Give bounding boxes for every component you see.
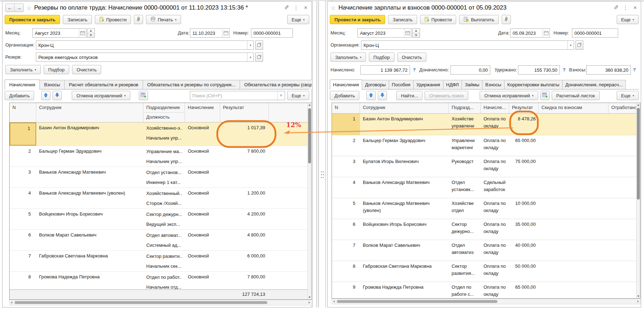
- table-row[interactable]: 8Громова Надежда ПетровнаОтдел по работ.…: [10, 272, 307, 289]
- organization-combo[interactable]: Крон-Ц ▾: [36, 40, 254, 50]
- withheld-field[interactable]: 155 730,50: [518, 65, 560, 75]
- tab-5[interactable]: Обязательства и резервы (сводно): [240, 80, 323, 89]
- undo-corrections-button[interactable]: Отмена исправлений▾: [72, 91, 130, 100]
- tab-4[interactable]: Обязательства и резервы по сотрудник...: [143, 80, 240, 89]
- save-button[interactable]: Записать: [63, 15, 92, 24]
- move-down-button[interactable]: [53, 91, 62, 100]
- combo-arrow-icon[interactable]: ▾: [247, 41, 253, 49]
- add-row-button[interactable]: Добавить: [330, 91, 359, 100]
- col-header-n[interactable]: N: [10, 103, 36, 122]
- table-row[interactable]: 5Войцехович Игорь БорисовичСектор дежурн…: [10, 209, 307, 230]
- fill-button[interactable]: Заполнить▾: [331, 53, 366, 62]
- calendar-icon[interactable]: [542, 29, 550, 37]
- help-icon[interactable]: ?: [413, 65, 416, 75]
- table-row[interactable]: 1Базин Антон ВладимировичХозяйстве управ…: [332, 114, 636, 135]
- move-down-button[interactable]: [378, 91, 387, 100]
- tab-1[interactable]: Начисления: [5, 80, 40, 89]
- attachment-button[interactable]: [502, 15, 511, 24]
- col-header-department[interactable]: Подразделение: [143, 103, 185, 113]
- scroll-right-icon[interactable]: [637, 300, 639, 303]
- table-row[interactable]: 5Ваньков Александр Матвеевич (уволен)Хоз…: [332, 198, 636, 219]
- table-row[interactable]: 2Бальцер Герман ЭдуардовичУправлени марк…: [332, 135, 636, 156]
- more-dots-icon[interactable]: ⋮: [293, 5, 300, 11]
- table-row[interactable]: 2Бальцер Герман ЭдуардовичУправление ма.…: [10, 146, 307, 167]
- pick-button[interactable]: Подбор: [44, 65, 69, 74]
- close-icon[interactable]: ×: [632, 4, 639, 11]
- number-field[interactable]: 0000-000001: [572, 28, 618, 38]
- month-field[interactable]: Август 2023: [32, 28, 86, 38]
- date-field[interactable]: 05.09.2023: [510, 28, 550, 38]
- calendar-icon[interactable]: [404, 29, 411, 37]
- tab-1[interactable]: Начисления: [330, 80, 362, 89]
- tab-2[interactable]: Договоры: [362, 80, 389, 89]
- reserve-combo[interactable]: Резерв ежегодных отпусков ▾: [36, 53, 254, 62]
- move-up-button[interactable]: [366, 91, 376, 100]
- copy-rows-button[interactable]: [540, 91, 550, 100]
- tab-9[interactable]: Доначисления, перерасч...: [562, 80, 626, 89]
- clear-button[interactable]: Очистить: [397, 53, 427, 62]
- col-header-employee[interactable]: Сотрудник: [36, 103, 143, 122]
- tab-2[interactable]: Взносы: [39, 80, 65, 89]
- table-row[interactable]: 6Войцехович Игорь БорисовичСектор дежурн…: [332, 219, 636, 240]
- more-button[interactable]: Еще▾: [617, 15, 639, 24]
- combo-arrow-icon[interactable]: ▾: [247, 53, 253, 61]
- col-header-worked[interactable]: Отработано: [608, 103, 636, 113]
- help-icon[interactable]: ?: [563, 65, 566, 75]
- table-row[interactable]: 1Базин Антон ВладимировичХозяйственно-э.…: [10, 123, 307, 146]
- tab-3[interactable]: Расчет обязательств и резервов: [64, 80, 143, 89]
- tab-6[interactable]: Займы: [462, 80, 482, 89]
- more-button[interactable]: Еще▾: [287, 15, 309, 24]
- more-dots-icon[interactable]: ⋮: [622, 5, 629, 11]
- pay-button[interactable]: Выплатить: [459, 15, 499, 24]
- table-row[interactable]: 4Ваньков Александр МатвеевичОтдел устано…: [332, 177, 636, 198]
- col-header-position[interactable]: Должность: [143, 113, 185, 123]
- scrollbar-thumb[interactable]: [308, 108, 311, 163]
- col-header-employee[interactable]: Сотрудник: [360, 103, 449, 113]
- clear-search-icon[interactable]: ×: [277, 91, 285, 100]
- copy-rows-button[interactable]: [139, 91, 148, 100]
- favorite-star-icon[interactable]: ☆: [331, 4, 336, 12]
- save-button[interactable]: Записать: [388, 15, 417, 24]
- open-organization-button[interactable]: [575, 40, 583, 50]
- scroll-left-icon[interactable]: [333, 300, 335, 303]
- right-vertical-scrollbar[interactable]: [636, 103, 640, 298]
- table-row[interactable]: 6Волков Марат СавельевичОтдел автомат...…: [10, 230, 307, 251]
- extra-accrued-field[interactable]: 0,00: [451, 65, 490, 75]
- forward-button[interactable]: →: [15, 4, 23, 12]
- table-row[interactable]: 3Ваньков Александр МатвеевичОтдел устано…: [10, 167, 307, 188]
- tab-8[interactable]: Корректировки выплаты: [504, 80, 563, 89]
- find-button[interactable]: Найти...: [396, 91, 422, 100]
- col-header-n[interactable]: N: [332, 103, 360, 113]
- scrollbar-thumb[interactable]: [337, 300, 497, 303]
- month-stepper[interactable]: [87, 28, 95, 38]
- pick-button[interactable]: Подбор: [369, 53, 394, 62]
- scroll-up-icon[interactable]: [309, 104, 311, 106]
- tab-3[interactable]: Пособия: [389, 80, 414, 89]
- close-icon[interactable]: ×: [302, 4, 309, 11]
- undo-corrections-button[interactable]: Отмена исправлений▾: [480, 91, 538, 100]
- left-vertical-scrollbar[interactable]: [307, 103, 311, 299]
- calendar-icon[interactable]: [79, 29, 86, 37]
- move-up-button[interactable]: [41, 91, 50, 100]
- col-header-discount[interactable]: Скидка по взносам: [539, 103, 608, 113]
- open-organization-button[interactable]: [255, 40, 263, 50]
- right-horizontal-scrollbar[interactable]: [332, 299, 640, 304]
- contributions-field[interactable]: 360 838,20: [586, 65, 631, 75]
- scroll-up-icon[interactable]: [637, 104, 639, 106]
- accrued-field[interactable]: 1 139 367,72: [360, 65, 410, 75]
- back-button[interactable]: ←: [6, 4, 15, 12]
- tab-7[interactable]: Взносы: [482, 80, 504, 89]
- table-row[interactable]: 9Громова Надежда ПетровнаОтдел по работе…: [332, 282, 636, 298]
- tab-5[interactable]: НДФЛ: [443, 80, 462, 89]
- table-row[interactable]: 4Ваньков Александр Матвеевич (уволен)Хоз…: [10, 188, 307, 209]
- clear-button[interactable]: Очистить: [72, 65, 102, 74]
- link-icon[interactable]: [612, 5, 620, 11]
- window-splitter[interactable]: [312, 1, 327, 308]
- table-row[interactable]: 7Волков Марат СавельевичОтдел автоматизО…: [332, 240, 636, 261]
- favorite-star-icon[interactable]: ☆: [26, 4, 32, 12]
- tab-4[interactable]: Удержания: [413, 80, 443, 89]
- scroll-down-icon[interactable]: [309, 297, 311, 298]
- post-and-close-button[interactable]: Провести и закрыть: [330, 15, 385, 24]
- add-row-button[interactable]: Добавить: [5, 91, 34, 100]
- search-input[interactable]: [190, 93, 277, 98]
